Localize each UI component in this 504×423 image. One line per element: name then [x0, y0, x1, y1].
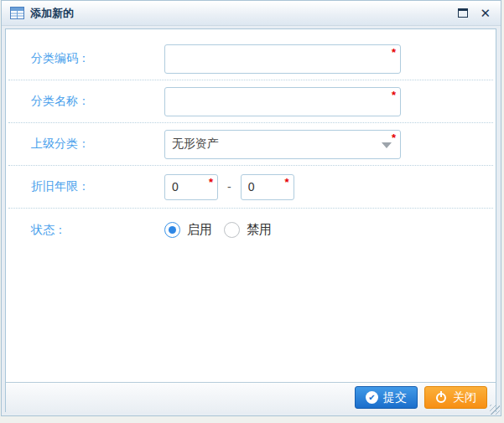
depreciation-years-label: 折旧年限：: [8, 179, 164, 194]
category-code-field: *: [164, 44, 493, 74]
parent-category-select[interactable]: 无形资产: [164, 130, 401, 159]
years-from-input-wrap: *: [164, 174, 218, 200]
radio-enabled[interactable]: [164, 222, 180, 238]
parent-category-select-wrap: 无形资产 *: [164, 130, 401, 159]
form-body: 分类编码： * 分类名称： *: [6, 29, 496, 382]
dialog-footer: ✔ 提交 关闭: [6, 382, 496, 412]
range-separator: -: [227, 180, 231, 193]
category-code-input-wrap: *: [164, 44, 401, 74]
radio-enabled-label[interactable]: 启用: [187, 222, 212, 238]
years-to-input[interactable]: [241, 174, 294, 200]
close-button-label: 关闭: [453, 390, 476, 405]
category-name-field: *: [164, 87, 493, 116]
form-panel: 分类编码： * 分类名称： *: [5, 28, 496, 412]
category-name-label: 分类名称：: [8, 94, 164, 109]
form-row-status: 状态： 启用 禁用: [8, 209, 493, 251]
category-name-input[interactable]: [164, 87, 401, 116]
parent-category-label: 上级分类：: [8, 137, 164, 152]
check-circle-icon: ✔: [366, 391, 378, 404]
dialog-title: 添加新的: [30, 6, 74, 21]
form-row-category-code: 分类编码： *: [8, 38, 493, 80]
close-icon[interactable]: ✕: [480, 7, 491, 19]
add-new-dialog: 添加新的 ✕ 分类编码： * 分类名称：: [1, 0, 501, 416]
status-label: 状态：: [8, 223, 164, 238]
parent-category-field: 无形资产 *: [164, 130, 493, 159]
category-name-input-wrap: *: [164, 87, 401, 116]
radio-disabled-label[interactable]: 禁用: [247, 222, 272, 238]
table-icon: [10, 7, 24, 19]
submit-button-label: 提交: [383, 390, 407, 405]
close-button[interactable]: 关闭: [424, 386, 487, 409]
category-code-input[interactable]: [164, 44, 401, 74]
dialog-titlebar: 添加新的 ✕: [2, 1, 501, 26]
category-code-label: 分类编码：: [8, 51, 164, 66]
submit-button[interactable]: ✔ 提交: [355, 386, 418, 409]
maximize-icon[interactable]: [458, 8, 468, 18]
status-field: 启用 禁用: [164, 222, 493, 238]
power-icon: [435, 391, 448, 404]
parent-category-selected-value: 无形资产: [172, 137, 219, 152]
depreciation-years-field: * - *: [164, 174, 493, 200]
form-row-depreciation-years: 折旧年限： * - *: [8, 166, 493, 209]
radio-selected-dot: [169, 226, 176, 234]
years-from-input[interactable]: [164, 174, 218, 200]
chevron-down-icon: [382, 142, 392, 148]
form-row-parent-category: 上级分类： 无形资产 *: [8, 123, 493, 166]
years-to-input-wrap: *: [241, 174, 294, 200]
resize-grip[interactable]: [490, 405, 500, 415]
form-row-category-name: 分类名称： *: [8, 80, 493, 123]
radio-disabled[interactable]: [224, 222, 240, 238]
